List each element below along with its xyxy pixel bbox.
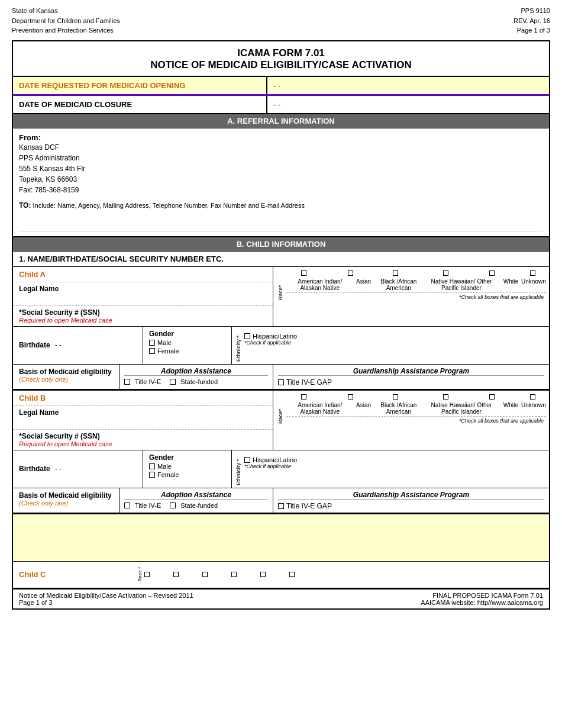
- footer-right-line2: AAICAMA website: http//www.aaicama.org: [421, 599, 543, 606]
- child-b-ssn-label: *Social Security # (SSN): [19, 432, 267, 440]
- child-b-hispanic-checkbox[interactable]: [244, 457, 250, 463]
- child-a-birthdate-value[interactable]: - -: [55, 341, 62, 349]
- race-asian-checkbox[interactable]: [348, 270, 353, 276]
- child-a-title-ive-checkbox[interactable]: [124, 379, 130, 385]
- child-b-race-nhpi-checkbox[interactable]: [443, 394, 448, 400]
- date-closure-value[interactable]: - -: [267, 96, 549, 113]
- child-b-adoption-header: Adoption Assistance: [124, 491, 268, 500]
- child-b-race-white-checkbox[interactable]: [489, 394, 495, 400]
- child-c-race-white-checkbox[interactable]: [260, 572, 266, 577]
- child-b-race-white: [482, 394, 502, 400]
- date-requested-row: DATE REQUESTED FOR MEDICAID OPENING - -: [13, 77, 549, 96]
- child-a-basis-label-col: Basis of Medicaid eligibility (Check onl…: [13, 365, 119, 389]
- child-b-race-ai-an-checkbox[interactable]: [301, 394, 306, 400]
- child-b-race-unknown-checkbox[interactable]: [530, 394, 535, 400]
- to-value[interactable]: [19, 211, 543, 231]
- child-a-ethnicity-content: Hispanic/Latino *Check if applicable: [244, 329, 297, 346]
- child-b-gender-section: Gender Male Female: [143, 450, 232, 488]
- race-white: [482, 270, 502, 276]
- child-a-female-checkbox[interactable]: [149, 348, 155, 354]
- child-b-basis-row: Basis of Medicaid eligibility (Check onl…: [13, 488, 549, 513]
- child-c-race-nhpi-checkbox[interactable]: [231, 572, 237, 577]
- from-label: From:: [19, 133, 41, 142]
- child-a-basis-row: Basis of Medicaid eligibility (Check onl…: [13, 365, 549, 389]
- race-black-label: Black /African American: [375, 278, 422, 291]
- child-a-race-content: American Indian/ Alaskan Native Asian Bl…: [286, 269, 546, 301]
- page-header: State of Kansas Department for Children …: [12, 6, 550, 36]
- child-b-left: Child B Legal Name *Social Security # (S…: [13, 391, 273, 450]
- child-a-title-ive-label: Title IV-E: [135, 378, 161, 385]
- from-line2: PPS Administration: [19, 153, 543, 163]
- child-a-state-funded-checkbox[interactable]: [170, 379, 176, 385]
- from-line3: 555 S Kansas 4th Flr: [19, 163, 543, 174]
- child-a-adoption-options: Title IV-E State-funded: [124, 378, 268, 385]
- child-b-race-nhpi: [429, 394, 462, 400]
- child-b-title-ive-label: Title IV-E: [135, 502, 161, 509]
- child-a-title-ive-gap-label: Title IV-E GAP: [286, 378, 332, 386]
- child-c-race-asian-checkbox[interactable]: [173, 572, 179, 577]
- child-a-male-checkbox[interactable]: [149, 340, 155, 346]
- child-b-check-only: (Check only one): [19, 500, 113, 507]
- race-unknown: [521, 270, 545, 276]
- child-b-hispanic-option: Hispanic/Latino: [244, 456, 297, 463]
- child-a-birthdate-label: Birthdate: [19, 341, 50, 349]
- child-b-female-checkbox[interactable]: [149, 472, 155, 478]
- child-a-legal-name-value[interactable]: [13, 295, 273, 306]
- header-left: State of Kansas Department for Children …: [12, 6, 120, 36]
- child-a-guardianship-header: Guardianship Assistance Program: [278, 367, 544, 376]
- child-b-birthdate-value[interactable]: - -: [55, 465, 62, 473]
- child-a-hispanic-checkbox[interactable]: [244, 333, 250, 339]
- child-b-basis-label-col: Basis of Medicaid eligibility (Check onl…: [13, 488, 119, 513]
- footer-left-line2: Page 1 of 3: [19, 599, 193, 606]
- child-a-birthdate-row: Birthdate - - Gender Male Female: [13, 327, 549, 365]
- footer-bar: Notice of Medicaid Eligibility/Case Acti…: [13, 588, 549, 608]
- check-all-note: *Check all boxes that are applicable: [286, 293, 546, 301]
- race-unknown-checkbox[interactable]: [530, 270, 535, 276]
- form-title-line2: NOTICE OF MEDICAID ELIGIBILITY/CASE ACTI…: [16, 59, 546, 71]
- child-a-legal-name-label: Legal Name: [13, 282, 273, 295]
- race-black-checkbox[interactable]: [393, 270, 398, 276]
- child-b-state-funded-checkbox[interactable]: [170, 502, 176, 508]
- race-ai-an-checkbox[interactable]: [301, 270, 306, 276]
- main-form: ICAMA FORM 7.01 NOTICE OF MEDICAID ELIGI…: [12, 40, 550, 610]
- child-b-race-black: [381, 394, 411, 400]
- child-a-gender-label: Gender: [149, 330, 225, 338]
- child-b-adoption-col: Adoption Assistance Title IV-E State-fun…: [119, 488, 273, 513]
- child-b-race-black-checkbox[interactable]: [393, 394, 398, 400]
- child-c-race-unknown-checkbox[interactable]: [289, 572, 295, 577]
- child-b-title: Child B: [13, 391, 273, 406]
- child-b-legal-name-value[interactable]: [13, 419, 273, 430]
- child-b-ethnicity-wrapper: Ethnicity * Hispanic/Latino *Check if ap…: [235, 453, 545, 485]
- child-b-title-ive-gap-checkbox[interactable]: [278, 503, 284, 509]
- child-c-race-ai-checkbox[interactable]: [144, 572, 150, 577]
- date-requested-value[interactable]: - -: [267, 77, 549, 94]
- race-white-checkbox[interactable]: [489, 270, 495, 276]
- child-a-race-rotated-label: Race*: [276, 269, 285, 301]
- header-right: PPS 9110 REV. Apr. 16 Page 1 of 3: [513, 6, 550, 36]
- race-nhpi-checkbox[interactable]: [443, 270, 448, 276]
- child-c-checkboxes: [144, 572, 295, 577]
- child-a-guardianship-options: Title IV-E GAP: [278, 378, 544, 386]
- agency-line1: State of Kansas: [12, 6, 120, 16]
- child-b-state-funded-option: State-funded: [170, 502, 218, 509]
- child-b-gender-label: Gender: [149, 453, 225, 462]
- revision-date: REV. Apr. 16: [513, 16, 550, 26]
- child-c-race-black-checkbox[interactable]: [202, 572, 208, 577]
- child-b-state-funded-label: State-funded: [180, 502, 218, 509]
- child-b-race-ai-an: [288, 394, 320, 400]
- child-b-basis-label: Basis of Medicaid eligibility: [19, 491, 113, 500]
- child-b-birthdate-label: Birthdate: [19, 465, 50, 473]
- child-a-female-option: Female: [149, 347, 225, 355]
- child-a-gender-section: Gender Male Female: [143, 327, 232, 364]
- child-b-race-section: Race*: [273, 391, 549, 450]
- child-a-title-ive-gap-checkbox[interactable]: [278, 379, 284, 385]
- child-b-main-row: Child B Legal Name *Social Security # (S…: [13, 391, 549, 450]
- child-b-male-checkbox[interactable]: [149, 463, 155, 469]
- from-address: Kansas DCF PPS Administration 555 S Kans…: [19, 142, 543, 195]
- child-a-male-option: Male: [149, 339, 225, 346]
- date-closure-dashes: - -: [273, 100, 280, 109]
- child-b-race-labels: American Indian/ Alaskan Native Asian Bl…: [286, 401, 546, 417]
- child-b-title-ive-checkbox[interactable]: [124, 502, 130, 508]
- child-b-race-asian-checkbox[interactable]: [348, 394, 353, 400]
- agency-line2: Department for Children and Families: [12, 16, 120, 26]
